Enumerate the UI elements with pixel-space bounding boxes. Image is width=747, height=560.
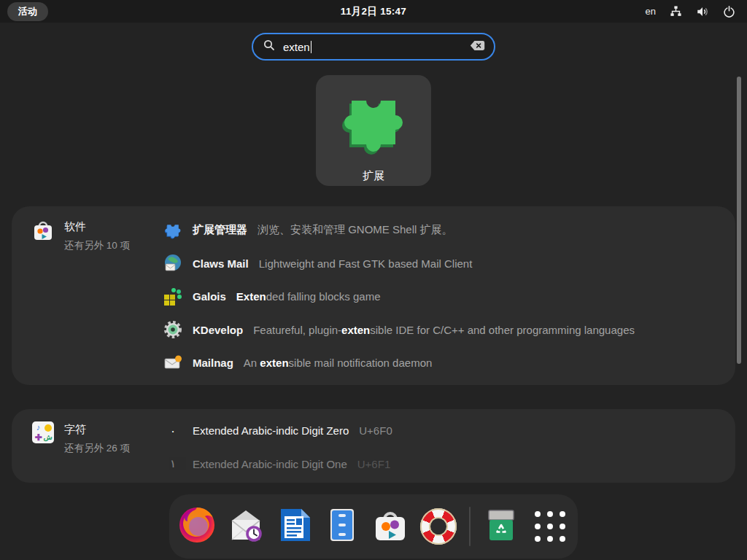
section-more-count[interactable]: 还有另外 10 项 <box>64 239 130 252</box>
results-scrollbar[interactable] <box>737 77 741 364</box>
evolution-launcher[interactable] <box>223 503 268 550</box>
search-icon <box>263 39 276 55</box>
result-row-kdevelop[interactable]: KDevelop Featureful, plugin-extensible I… <box>163 314 718 347</box>
top-result-label: 扩展 <box>363 169 384 183</box>
claws-mail-icon <box>163 254 182 273</box>
clear-backspace-icon[interactable] <box>470 40 485 54</box>
libreoffice-writer-icon <box>274 505 314 548</box>
character-glyph: ۰ <box>163 424 182 438</box>
volume-icon[interactable] <box>696 5 709 18</box>
software-results-list: 扩展管理器 浏览、安装和管理 GNOME Shell 扩展。 Claws Mai… <box>163 206 735 385</box>
result-row-digit-one[interactable]: ۱ Extended Arabic-indic Digit One U+6F1 <box>163 448 718 481</box>
kdevelop-icon <box>163 320 182 339</box>
software-store-icon <box>32 219 54 385</box>
software-store-icon <box>370 505 411 548</box>
evolution-mail-icon <box>225 505 266 548</box>
result-row-galois[interactable]: Galois Extended falling blocks game <box>163 280 718 314</box>
galois-icon <box>163 287 182 306</box>
keyboard-layout-indicator[interactable]: en <box>646 6 656 17</box>
search-value: exten <box>283 41 310 53</box>
section-header-characters: ♪✚ش 字符 还有另外 26 项 <box>12 409 163 483</box>
network-icon[interactable] <box>670 5 682 18</box>
search-results-group-software: 软件 还有另外 10 项 扩展管理器 浏览、安装和管理 GNOME Shell … <box>12 206 735 385</box>
result-row-mailnag[interactable]: Mailnag An extensible mail notification … <box>163 346 718 380</box>
power-icon[interactable] <box>723 5 735 18</box>
result-row-claws-mail[interactable]: Claws Mail Lightweight and Fast GTK base… <box>163 247 718 281</box>
search-results-group-characters: ♪✚ش 字符 还有另外 26 项 ۰ Extended Arabic-indic… <box>12 409 735 483</box>
unicode-codepoint: U+6F1 <box>357 458 390 470</box>
activities-button[interactable]: 活动 <box>7 2 48 21</box>
help-lifebuoy-icon <box>414 502 462 550</box>
extension-manager-icon <box>163 221 182 240</box>
extensions-puzzle-icon <box>337 86 410 162</box>
show-apps-grid-icon <box>535 511 565 542</box>
trash-launcher[interactable] <box>479 503 524 550</box>
firefox-launcher[interactable] <box>175 503 220 550</box>
software-launcher[interactable] <box>368 503 412 550</box>
top-bar: 活动 11月2日 15:47 en <box>0 0 747 23</box>
character-glyph: ۱ <box>163 457 182 470</box>
section-title: 字符 <box>64 423 130 437</box>
help-launcher[interactable] <box>416 503 460 550</box>
show-apps-button[interactable] <box>527 503 572 550</box>
result-row-digit-zero[interactable]: ۰ Extended Arabic-indic Digit Zero U+6F0 <box>163 414 718 448</box>
characters-results-list: ۰ Extended Arabic-indic Digit Zero U+6F0… <box>163 409 735 483</box>
search-input[interactable]: exten <box>252 33 495 61</box>
dash-dock <box>169 494 578 559</box>
text-caret <box>311 41 312 53</box>
unicode-codepoint: U+6F0 <box>359 424 392 437</box>
libreoffice-writer-launcher[interactable] <box>271 503 316 550</box>
files-icon <box>322 505 363 548</box>
result-row-extension-manager[interactable]: 扩展管理器 浏览、安装和管理 GNOME Shell 扩展。 <box>163 214 718 247</box>
firefox-icon <box>177 505 217 548</box>
section-more-count[interactable]: 还有另外 26 项 <box>64 442 130 455</box>
system-tray: en <box>646 5 740 18</box>
top-result-extensions[interactable]: 扩展 <box>316 75 431 186</box>
trash-icon <box>481 505 522 548</box>
mailnag-icon <box>163 354 182 373</box>
dock-divider <box>469 507 471 546</box>
characters-app-icon: ♪✚ش <box>32 421 54 443</box>
files-launcher[interactable] <box>320 503 364 550</box>
section-header-software: 软件 还有另外 10 项 <box>12 206 163 385</box>
section-title: 软件 <box>64 220 130 234</box>
clock-button[interactable]: 11月2日 15:47 <box>341 5 406 18</box>
